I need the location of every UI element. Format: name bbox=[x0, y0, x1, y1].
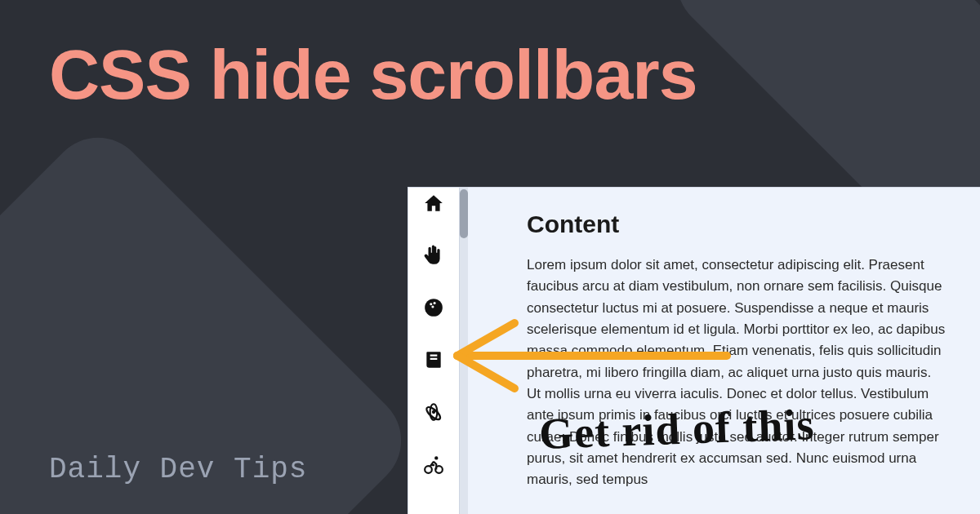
demo-sidebar bbox=[408, 188, 460, 514]
svg-point-5 bbox=[425, 466, 432, 473]
svg-point-0 bbox=[425, 299, 443, 317]
biking-icon[interactable] bbox=[423, 454, 444, 478]
book-icon[interactable] bbox=[423, 349, 444, 374]
page-title: CSS hide scrollbars bbox=[49, 34, 697, 115]
scrollbar-thumb[interactable] bbox=[460, 189, 468, 238]
content-paragraph: Lorem ipsum dolor sit amet, consectetur … bbox=[527, 255, 947, 491]
home-icon[interactable] bbox=[423, 193, 444, 217]
bowling-ball-icon[interactable] bbox=[423, 297, 444, 321]
hand-icon[interactable] bbox=[423, 245, 444, 269]
atom-icon[interactable] bbox=[423, 401, 444, 426]
svg-point-7 bbox=[434, 456, 438, 459]
scrollbar-track[interactable] bbox=[460, 188, 468, 514]
site-brand: Daily Dev Tips bbox=[49, 453, 307, 486]
demo-screenshot: Content Lorem ipsum dolor sit amet, cons… bbox=[408, 188, 980, 514]
svg-point-2 bbox=[434, 302, 436, 304]
content-heading: Content bbox=[527, 210, 947, 238]
demo-content: Content Lorem ipsum dolor sit amet, cons… bbox=[468, 188, 980, 514]
svg-point-1 bbox=[430, 303, 432, 305]
svg-point-3 bbox=[431, 305, 434, 308]
